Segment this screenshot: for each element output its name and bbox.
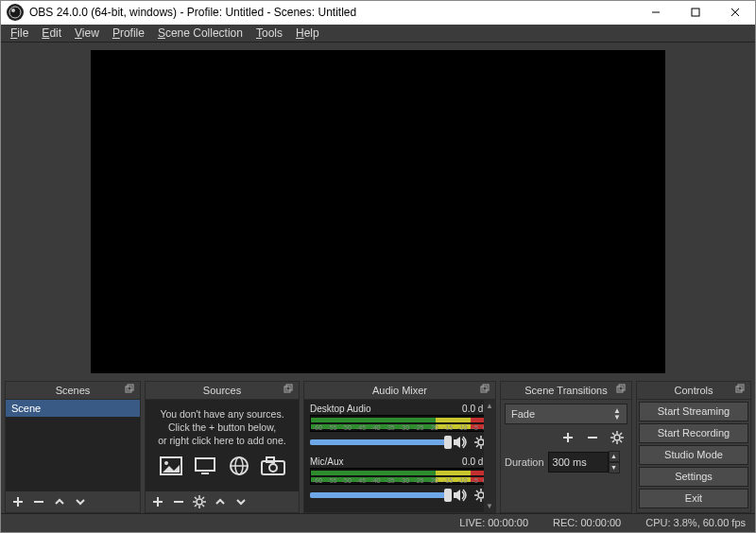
move-source-up-button[interactable] (210, 492, 231, 511)
menu-view[interactable]: View (69, 25, 105, 42)
svg-point-0 (9, 7, 21, 18)
add-source-button[interactable] (147, 492, 168, 511)
menu-scene-collection[interactable]: Scene Collection (152, 25, 249, 42)
svg-line-67 (612, 433, 614, 435)
svg-line-33 (202, 497, 204, 499)
svg-line-68 (620, 440, 622, 442)
svg-line-69 (620, 433, 622, 435)
svg-marker-47 (454, 490, 460, 501)
settings-button[interactable]: Settings (639, 467, 748, 487)
svg-rect-6 (126, 387, 131, 392)
svg-rect-3 (692, 9, 699, 16)
move-source-down-button[interactable] (231, 492, 251, 511)
sources-header-label: Sources (203, 385, 241, 396)
menu-profile[interactable]: Profile (107, 25, 150, 42)
move-scene-down-button[interactable] (70, 492, 91, 511)
sources-list[interactable]: You don't have any sources. Click the + … (146, 400, 299, 491)
popout-icon[interactable] (735, 384, 747, 395)
scenes-toolbar (6, 491, 140, 512)
svg-rect-72 (738, 385, 744, 390)
audio-meter: -60-55-50-45-40-35-30-25-20-15-10-50 (310, 415, 490, 432)
statusbar: LIVE: 00:00:00 REC: 00:00:00 CPU: 3.8%, … (1, 513, 755, 532)
controls-header: Controls (637, 382, 750, 400)
sources-empty-msg: You don't have any sources. Click the + … (146, 400, 299, 452)
svg-rect-35 (481, 387, 487, 392)
scenes-list[interactable]: Scene (6, 400, 140, 491)
speaker-icon[interactable] (452, 487, 469, 504)
camera-source-icon (260, 455, 286, 477)
popout-icon[interactable] (616, 384, 627, 395)
start-streaming-button[interactable]: Start Streaming (639, 402, 748, 421)
controls-header-label: Controls (675, 385, 713, 396)
exit-button[interactable]: Exit (639, 489, 748, 508)
popout-icon[interactable] (284, 384, 295, 395)
svg-line-46 (476, 445, 478, 447)
remove-transition-button[interactable] (582, 428, 603, 447)
svg-rect-58 (619, 385, 625, 390)
menu-help[interactable]: Help (290, 25, 325, 42)
audio-meter: -60-55-50-45-40-35-30-25-20-15-10-50 (310, 468, 490, 485)
close-button[interactable] (715, 1, 755, 25)
dock-row: Scenes Scene Sources You don't have any (1, 381, 755, 513)
scenes-panel: Scenes Scene (5, 381, 141, 513)
preview-area (1, 43, 755, 381)
maximize-button[interactable] (676, 1, 715, 25)
remove-source-button[interactable] (168, 492, 189, 511)
add-scene-button[interactable] (8, 492, 28, 511)
duration-spinbox[interactable]: 300 ms ▲▼ (548, 451, 620, 473)
scene-item[interactable]: Scene (6, 400, 140, 417)
window-title: OBS 24.0.0 (64-bit, windows) - Profile: … (29, 6, 636, 19)
svg-line-34 (195, 505, 197, 507)
duration-label: Duration (505, 456, 544, 468)
popout-icon[interactable] (480, 384, 491, 395)
menu-edit[interactable]: Edit (36, 25, 67, 42)
source-properties-button[interactable] (189, 492, 210, 511)
add-transition-button[interactable] (558, 428, 578, 447)
spin-down-button[interactable]: ▼ (609, 462, 620, 473)
svg-rect-12 (286, 385, 292, 390)
svg-marker-37 (454, 437, 460, 448)
app-window: OBS 24.0.0 (64-bit, windows) - Profile: … (0, 0, 756, 533)
start-recording-button[interactable]: Start Recording (639, 423, 748, 443)
menu-tools[interactable]: Tools (250, 25, 288, 42)
audio-mixer-panel: Audio Mixer Desktop Audio0.0 dB-60-55-50… (303, 381, 496, 513)
transitions-header: Scene Transitions (501, 382, 631, 400)
status-rec: REC: 00:00:00 (553, 517, 621, 528)
minimize-button[interactable] (636, 1, 676, 25)
speaker-icon[interactable] (452, 434, 469, 451)
volume-slider[interactable] (310, 439, 448, 445)
popout-icon[interactable] (125, 384, 136, 395)
chevron-up-down-icon: ▲▼ (613, 407, 621, 421)
svg-line-32 (202, 505, 204, 507)
volume-slider[interactable] (310, 492, 448, 498)
svg-point-26 (197, 499, 202, 505)
menu-file[interactable]: File (5, 25, 34, 42)
svg-line-31 (195, 497, 197, 499)
move-scene-up-button[interactable] (49, 492, 70, 511)
studio-mode-button[interactable]: Studio Mode (639, 445, 748, 465)
image-source-icon (158, 455, 184, 477)
duration-value[interactable]: 300 ms (548, 452, 609, 473)
channel-name: Mic/Aux (310, 456, 344, 467)
sources-hint-icons (146, 455, 299, 477)
status-live: LIVE: 00:00:00 (459, 517, 528, 528)
transitions-header-label: Scene Transitions (524, 385, 607, 396)
svg-line-43 (476, 438, 478, 439)
svg-line-70 (612, 440, 614, 442)
mixer-body: Desktop Audio0.0 dB-60-55-50-45-40-35-30… (304, 400, 495, 512)
scrollbar[interactable]: ▲▼ (484, 400, 495, 512)
controls-panel: Controls Start StreamingStart RecordingS… (636, 381, 751, 513)
transition-select[interactable]: Fade ▲▼ (505, 404, 627, 424)
svg-point-62 (614, 435, 620, 440)
svg-point-22 (269, 464, 277, 472)
svg-rect-21 (266, 457, 274, 462)
svg-rect-15 (196, 458, 215, 471)
transitions-panel: Scene Transitions Fade ▲▼ Duration 300 m… (500, 381, 632, 513)
spin-up-button[interactable]: ▲ (609, 451, 620, 462)
preview-canvas[interactable] (91, 50, 665, 373)
svg-line-53 (476, 490, 478, 492)
svg-rect-71 (736, 387, 742, 392)
remove-scene-button[interactable] (28, 492, 49, 511)
audio-channel: Desktop Audio0.0 dB-60-55-50-45-40-35-30… (310, 404, 490, 451)
transition-properties-button[interactable] (607, 428, 627, 447)
